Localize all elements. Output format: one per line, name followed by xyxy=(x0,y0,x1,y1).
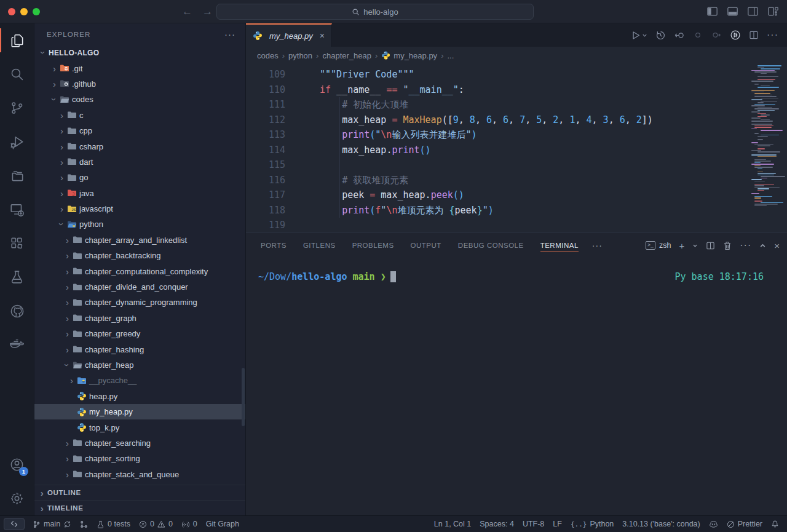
code-line-113[interactable]: 113 print("\n输入列表并建堆后") xyxy=(246,127,787,143)
tree-item-chapter-hashing[interactable]: ›chapter_hashing xyxy=(34,341,245,357)
code-editor[interactable]: 109"""Driver Code"""110if __name__ == "_… xyxy=(246,64,787,232)
tree-item-chapter-divide-and-conquer[interactable]: ›chapter_divide_and_conquer xyxy=(34,279,245,295)
chevron-right-icon[interactable]: › xyxy=(62,267,73,276)
activity-remote-explorer-button[interactable] xyxy=(0,193,34,226)
minimap[interactable] xyxy=(751,64,787,215)
git-branch[interactable]: main xyxy=(28,516,76,532)
activity-testing-button[interactable] xyxy=(0,260,34,294)
activity-docker-button[interactable] xyxy=(0,328,34,362)
editor-more-actions-icon[interactable]: ··· xyxy=(767,30,778,41)
terminal-instance[interactable]: >_ zsh xyxy=(646,241,671,250)
run-dropdown-chevron-icon[interactable] xyxy=(642,33,647,38)
activity-github-button[interactable] xyxy=(0,294,34,328)
chevron-down-icon[interactable]: › xyxy=(39,47,48,58)
chevron-right-icon[interactable]: › xyxy=(62,282,73,292)
chevron-right-icon[interactable]: › xyxy=(62,439,73,448)
panel-tab-ports[interactable]: PORTS xyxy=(261,239,287,252)
code-line-110[interactable]: 110if __name__ == "__main__": xyxy=(246,82,787,98)
breadcrumb-item--[interactable]: ... xyxy=(447,51,454,60)
tab-close-icon[interactable]: × xyxy=(320,31,325,41)
navigate-forward-icon[interactable]: → xyxy=(202,6,213,18)
code-line-118[interactable]: 118 print(f"\n堆顶元素为 {peek}") xyxy=(246,203,787,218)
chevron-right-icon[interactable]: › xyxy=(57,189,67,198)
navigate-back-icon[interactable]: ← xyxy=(182,6,192,18)
copilot[interactable] xyxy=(705,516,722,532)
new-terminal-icon[interactable]: + xyxy=(679,240,684,251)
maximize-panel-icon[interactable] xyxy=(759,242,766,249)
chevron-right-icon[interactable]: › xyxy=(62,454,73,463)
terminal-dropdown-chevron-icon[interactable] xyxy=(692,243,698,248)
explorer-more-actions-icon[interactable]: ··· xyxy=(224,29,235,39)
file-history-icon[interactable] xyxy=(655,30,666,41)
customize-layout-icon[interactable] xyxy=(768,7,778,16)
chevron-right-icon[interactable]: › xyxy=(62,251,73,260)
next-change-icon[interactable] xyxy=(711,30,722,40)
kill-terminal-icon[interactable] xyxy=(723,241,732,250)
git-graph-label[interactable]: Git Graph xyxy=(202,516,243,532)
activity-extensions-button[interactable] xyxy=(0,226,34,260)
minimize-window-button[interactable] xyxy=(20,8,28,15)
chevron-right-icon[interactable]: › xyxy=(62,470,73,479)
tree-item-go[interactable]: ›go xyxy=(34,170,245,185)
chevron-down-icon[interactable]: › xyxy=(63,360,72,370)
tree-item-javascript[interactable]: ›JSjavascript xyxy=(34,201,245,216)
chevron-right-icon[interactable]: › xyxy=(62,345,73,354)
indentation[interactable]: Spaces: 4 xyxy=(475,516,518,532)
section-outline[interactable]: ›OUTLINE xyxy=(34,485,245,500)
tree-item-java[interactable]: ›java xyxy=(34,186,245,201)
tab-my-heap-py[interactable]: my_heap.py × xyxy=(246,23,332,47)
code-line-115[interactable]: 115 xyxy=(246,157,787,173)
remote-indicator[interactable] xyxy=(4,518,25,530)
section-timeline[interactable]: ›TIMELINE xyxy=(34,500,245,515)
split-editor-icon[interactable] xyxy=(749,30,759,40)
prettier[interactable]: Prettier xyxy=(722,516,767,532)
encoding[interactable]: UTF-8 xyxy=(518,516,548,532)
chevron-down-icon[interactable]: › xyxy=(50,94,59,105)
panel-tab-debug-console[interactable]: DEBUG CONSOLE xyxy=(458,239,524,252)
chevron-right-icon[interactable]: › xyxy=(57,173,67,182)
chevron-right-icon[interactable]: › xyxy=(57,157,67,167)
chevron-right-icon[interactable]: › xyxy=(62,314,73,323)
tree-item-chapter-graph[interactable]: ›chapter_graph xyxy=(34,311,245,326)
chevron-right-icon[interactable]: › xyxy=(62,298,73,307)
breadcrumb-item-my-heap-py[interactable]: my_heap.py xyxy=(381,50,437,60)
tests[interactable]: 0 tests xyxy=(92,516,135,532)
run-interactive-icon[interactable] xyxy=(730,30,741,41)
tree-item-chapter-sorting[interactable]: ›chapter_sorting xyxy=(34,451,245,466)
run-python-file-button[interactable] xyxy=(630,30,647,41)
activity-file-folders-button[interactable] xyxy=(0,159,34,193)
activity-run-debug-button[interactable] xyxy=(0,125,34,159)
terminal-view[interactable]: ~/Dow/hello-algo main ❯ Py base 18:17:16 xyxy=(246,258,787,515)
ports-forwarded[interactable]: 0 xyxy=(177,516,202,532)
tree-item-chapter-greedy[interactable]: ›chapter_greedy xyxy=(34,326,245,341)
tree-item-csharp[interactable]: ›csharp xyxy=(34,138,245,154)
tree-item-cpp[interactable]: ›cpp xyxy=(34,123,245,138)
eol[interactable]: LF xyxy=(548,516,566,532)
activity-search-button[interactable] xyxy=(0,57,34,91)
open-changes-icon[interactable] xyxy=(674,30,685,41)
panel-tab-output[interactable]: OUTPUT xyxy=(411,239,441,252)
tree-item-dart[interactable]: ›dart xyxy=(34,154,245,170)
code-line-119[interactable]: 119 xyxy=(246,218,787,232)
tree-item-chapter-searching[interactable]: ›chapter_searching xyxy=(34,435,245,451)
tree-item-my-heap-py[interactable]: my_heap.py xyxy=(34,404,245,419)
tree-item-python[interactable]: ›python xyxy=(34,216,245,232)
tree-item--pycache-[interactable]: ›__pycache__ xyxy=(34,373,245,388)
chevron-right-icon[interactable]: › xyxy=(62,329,73,338)
activity-explorer-button[interactable] xyxy=(0,23,34,57)
language-mode[interactable]: {..}Python xyxy=(566,516,618,532)
panel-more-actions-icon[interactable]: ··· xyxy=(740,240,751,251)
notifications[interactable] xyxy=(767,516,783,532)
toggle-secondary-sidebar-icon[interactable] xyxy=(748,7,758,16)
tree-item-top-k-py[interactable]: top_k.py xyxy=(34,419,245,435)
tree-item-chapter-array-and-linkedlist[interactable]: ›chapter_array_and_linkedlist xyxy=(34,232,245,248)
tree-item-c[interactable]: ›c xyxy=(34,108,245,123)
chevron-right-icon[interactable]: › xyxy=(57,111,67,120)
tree-item-hello-algo[interactable]: ›HELLO-ALGO xyxy=(34,45,245,60)
toggle-primary-sidebar-icon[interactable] xyxy=(707,7,718,16)
chevron-right-icon[interactable]: › xyxy=(57,204,67,213)
chevron-right-icon[interactable]: › xyxy=(66,376,77,385)
close-panel-icon[interactable]: × xyxy=(774,240,780,251)
code-line-109[interactable]: 109"""Driver Code""" xyxy=(246,67,787,82)
code-line-116[interactable]: 116 # 获取堆顶元素 xyxy=(246,173,787,188)
